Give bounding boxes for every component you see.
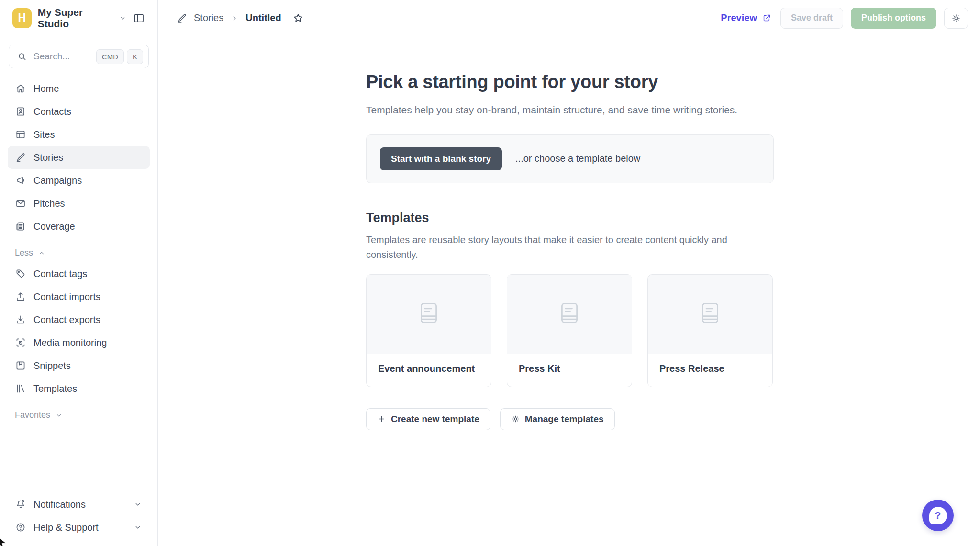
media-scan-icon [15,337,26,348]
section-label-less: Less [15,248,33,258]
template-thumbnail [648,275,772,354]
chat-bubble-icon: ? [929,507,947,524]
bell-icon [15,499,26,510]
question-circle-icon [15,522,26,533]
star-icon [292,19,304,26]
breadcrumb-untitled[interactable]: Untitled [245,12,281,23]
search-placeholder: Search... [33,51,70,62]
sidebar-item-snippets[interactable]: Snippets [8,354,150,377]
primary-nav: Home Contacts Sites Stories Campaigns Pi… [0,72,157,424]
blank-story-hint: ...or choose a template below [515,153,640,164]
template-title: Press Kit [507,354,632,387]
help-fab-button[interactable]: ? [922,500,954,531]
kbd-k: K [127,49,143,64]
sidebar-item-sites[interactable]: Sites [8,123,150,146]
template-thumbnail [507,275,632,354]
upload-icon [15,291,26,302]
create-new-template-label: Create new template [391,414,479,424]
pen-icon [15,152,26,163]
template-actions: Create new template Manage templates [366,408,980,430]
bookmark-square-icon [15,360,26,371]
save-draft-button[interactable]: Save draft [780,8,843,29]
document-icon [561,302,578,325]
main-area: Stories Untitled Preview Save draft Publ… [158,0,980,546]
sidebar-item-label: Snippets [33,360,71,371]
sidebar-toggle-button[interactable] [133,12,145,24]
sidebar-item-templates[interactable]: Templates [8,377,150,400]
sidebar-item-home[interactable]: Home [8,77,150,100]
sidebar-item-coverage[interactable]: Coverage [8,215,150,238]
sidebar-item-label: Contact imports [33,291,100,302]
sidebar-item-label: Media monitoring [33,337,107,348]
sidebar-item-help-support[interactable]: Help & Support [8,516,150,539]
section-label-favorites: Favorites [15,410,50,420]
template-card-press-kit[interactable]: Press Kit [507,274,632,387]
section-toggle-less[interactable]: Less [8,238,150,262]
external-link-icon [762,13,772,23]
sidebar-item-label: Campaigns [33,175,82,186]
favorite-star-button[interactable] [292,12,304,24]
search-icon [17,51,27,62]
sidebar-item-label: Contact exports [33,314,100,325]
chevron-down-icon [55,411,63,420]
sidebar-item-contact-exports[interactable]: Contact exports [8,308,150,331]
sidebar-item-contact-tags[interactable]: Contact tags [8,262,150,285]
sidebar-item-pitches[interactable]: Pitches [8,192,150,215]
story-settings-button[interactable] [944,8,968,29]
template-title: Press Release [648,354,772,387]
sidebar-item-label: Templates [33,383,77,394]
topbar: Stories Untitled Preview Save draft Publ… [158,0,980,36]
section-toggle-favorites[interactable]: Favorites [8,400,150,424]
download-icon [15,314,26,325]
search-input[interactable]: Search... CMD K [9,45,149,68]
template-cards: Event announcement Press Kit Press Relea… [366,274,980,387]
sidebar-item-contacts[interactable]: Contacts [8,100,150,123]
contacts-icon [15,106,26,117]
kbd-cmd: CMD [96,49,124,64]
templates-heading: Templates [366,211,980,225]
sidebar-bottom: Notifications Help & Support [0,493,157,546]
home-icon [15,83,26,94]
sidebar-item-label: Contacts [33,106,71,117]
template-card-press-release[interactable]: Press Release [647,274,773,387]
preview-link[interactable]: Preview [721,12,772,23]
breadcrumb: Stories Untitled [176,12,304,24]
sidebar-item-label: Home [33,83,59,94]
chevron-down-icon [119,14,127,22]
document-icon [420,302,437,325]
workspace-initial: H [18,11,26,24]
sidebar-item-label: Help & Support [33,522,99,533]
sidebar-item-contact-imports[interactable]: Contact imports [8,285,150,308]
sidebar-item-media-monitoring[interactable]: Media monitoring [8,331,150,354]
sidebar-item-campaigns[interactable]: Campaigns [8,169,150,192]
publish-options-button[interactable]: Publish options [851,8,936,29]
workspace-switcher[interactable]: H My Super Studio [12,7,127,30]
page-subtitle: Templates help you stay on-brand, mainta… [366,102,749,118]
megaphone-icon [15,175,26,186]
pen-icon [176,12,188,24]
manage-templates-label: Manage templates [525,414,604,424]
sidebar-item-label: Sites [33,129,55,140]
question-mark-glyph: ? [935,510,941,521]
breadcrumb-stories[interactable]: Stories [194,12,223,23]
envelope-icon [15,198,26,209]
newspaper-icon [15,221,26,232]
workspace-logo: H [12,8,32,28]
sidebar-item-label: Pitches [33,198,65,209]
chevron-up-icon [37,249,46,257]
start-blank-story-button[interactable]: Start with a blank story [380,147,502,170]
sidebar-item-label: Contact tags [33,268,87,279]
workspace-row: H My Super Studio [0,0,157,36]
create-new-template-button[interactable]: Create new template [366,408,490,430]
chevron-down-icon [133,500,143,509]
manage-templates-button[interactable]: Manage templates [500,408,615,430]
library-icon [15,383,26,394]
sidebar-item-label: Notifications [33,499,86,510]
sidebar-item-stories[interactable]: Stories [8,146,150,169]
sidebar: H My Super Studio Search... CMD K Home C… [0,0,158,546]
chevron-down-icon [133,523,143,532]
sidebar-item-notifications[interactable]: Notifications [8,493,150,516]
template-card-event-announcement[interactable]: Event announcement [366,274,491,387]
sidebar-item-label: Stories [33,152,63,163]
page-title: Pick a starting point for your story [366,72,980,92]
